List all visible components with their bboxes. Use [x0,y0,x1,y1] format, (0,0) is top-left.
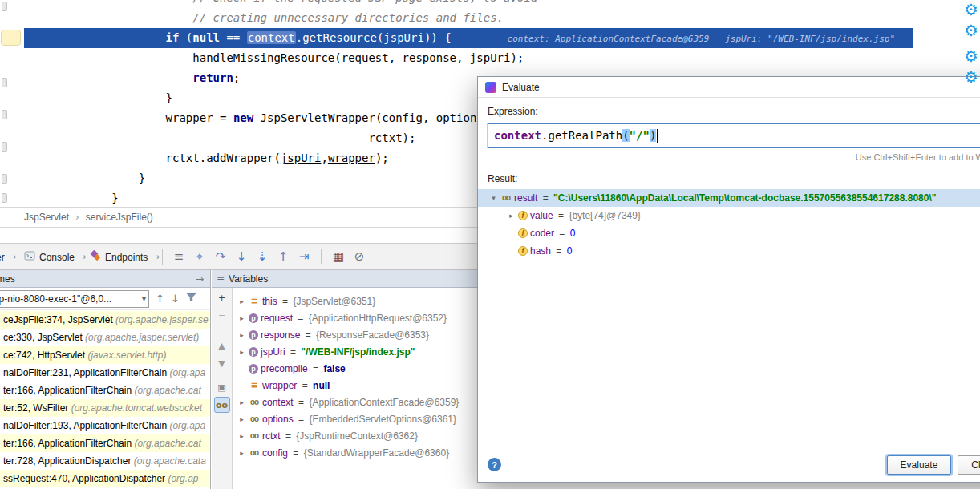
dialog-footer: ? Evaluate Close [478,447,980,482]
step-out-icon[interactable]: ↑ [274,248,292,265]
previous-frame-icon[interactable]: ↑ [156,293,164,305]
code-line[interactable]: // creating unnecessary directories and … [30,8,980,28]
glasses-icon: oo [249,398,260,406]
variable-row[interactable]: pprecompile = false [233,360,477,377]
remove-watch-icon[interactable]: − [214,307,230,323]
variables-toolbar: +−▲▼▣oo [212,288,233,489]
result-row[interactable]: fhash = 0 [478,242,980,260]
value-icon: ≡ [249,380,260,390]
mute-breakpoints-icon[interactable]: ⊘ [350,248,368,265]
step-over-icon[interactable]: ↷ [212,248,229,265]
result-value: "C:\Users\11860\AppData\Local\Temp\tomca… [553,192,936,204]
execution-line[interactable]: if (null == context.getResource(jspUri))… [30,28,980,48]
frame-location: ter:728, ApplicationDispatcher [3,455,134,467]
editor-gutter[interactable] [0,0,24,207]
variable-row[interactable]: ▸oorctxt = {JspRuntimeContext@6362} [233,427,477,444]
frame-package: (org.apache.cata [134,455,206,467]
frame-package: (org.apache.jasper.servlet) [85,332,199,343]
frames-header[interactable]: Frames → [0,270,210,288]
result-row[interactable]: fcoder = 0 [478,224,980,242]
frame-row[interactable]: ceJspFile:374, JspServlet (org.apache.ja… [0,311,210,329]
tree-chevron-icon[interactable]: ▸ [237,415,246,423]
code-line[interactable]: // Check if the requested JSP page exist… [30,0,980,8]
dialog-body: Expression: context.getRealPath("/")▾ Us… [478,98,980,447]
tab-arrow-icon: → [9,252,16,262]
frame-row[interactable]: ce:742, HttpServlet (javax.servlet.http) [0,346,210,364]
tree-chevron-icon[interactable]: ▸ [507,212,516,220]
expression-segment: "/" [630,129,650,142]
frames-header-arrow-icon[interactable]: → [196,273,204,285]
tab-endpoints[interactable]: Endpoints → [83,244,166,270]
help-icon[interactable]: ? [488,458,501,471]
code-seg-hint: context: ApplicationContextFacade@6359 j… [508,34,895,44]
show-watches-icon[interactable]: oo [214,397,230,413]
variable-row[interactable]: ▸presponse = {ResponseFacade@6353} [233,326,477,343]
frame-row[interactable]: ter:166, ApplicationFilterChain (org.apa… [0,434,210,452]
result-name: coder [530,228,554,239]
gear-icon[interactable]: ⚙ [964,67,978,87]
expression-segment: ) [650,129,656,142]
dialog-titlebar[interactable]: Evaluate [478,77,980,98]
frame-row[interactable]: ce:330, JspServlet (org.apache.jasper.se… [0,329,210,346]
tree-chevron-icon[interactable]: ▾ [489,194,498,202]
tree-chevron-icon[interactable]: ▸ [237,331,246,339]
tree-chevron-icon[interactable]: ▸ [237,348,246,356]
variable-row[interactable]: ▸prequest = {ApplicationHttpRequest@6352… [233,309,477,326]
tree-chevron-icon[interactable]: ▸ [237,314,246,322]
parameter-icon: p [249,364,258,374]
next-frame-icon[interactable]: ↓ [171,293,180,305]
equals-sign: = [540,192,551,204]
frame-row[interactable]: ssRequest:470, ApplicationDispatcher (or… [0,470,210,487]
move-watch-down-icon[interactable]: ▼ [214,355,230,371]
code-line[interactable]: handleMissingResource(request, response,… [30,48,980,68]
force-step-into-icon[interactable]: ⇣ [253,248,271,265]
tree-chevron-icon[interactable]: ▸ [237,432,246,440]
variable-row[interactable]: ▸oooptions = {EmbeddedServletOptions@636… [233,410,477,427]
evaluate-button[interactable]: Evaluate [887,455,952,475]
gear-icon[interactable]: ⚙ [964,46,978,66]
code-seg-pl: ( [179,31,192,44]
copy-icon[interactable]: ▣ [214,379,230,395]
frame-row[interactable]: nalDoFilter:231, ApplicationFilterChain … [0,364,210,382]
frame-row[interactable]: ter:728, ApplicationDispatcher (org.apac… [0,452,210,470]
frame-package: (org.ap [168,473,198,484]
variable-name: config [262,447,288,459]
thread-row: "http-nio-8080-exec-1"@6,0... ▾ ↑ ↓ [0,288,210,310]
result-row[interactable]: ▾ooresult = "C:\Users\11860\AppData\Loca… [478,189,980,207]
variable-row[interactable]: ▸ooconfig = {StandardWrapperFacade@6360} [233,444,477,461]
close-button[interactable]: Close [958,455,980,475]
breadcrumb-class[interactable]: JspServlet [24,212,69,223]
filter-frames-icon[interactable] [186,293,196,305]
variable-row[interactable]: ▸pjspUri = "/WEB-INF/jsp/index.jsp" [233,343,477,360]
variable-row[interactable]: ≡wrapper = null [233,377,477,394]
add-watch-icon[interactable]: + [214,289,230,305]
thread-selector[interactable]: "http-nio-8080-exec-1"@6,0... ▾ [0,290,149,308]
expression-input[interactable]: context.getRealPath("/")▾ [488,123,980,148]
frame-row[interactable]: nalDoFilter:193, ApplicationFilterChain … [0,417,210,434]
gear-icon[interactable]: ⚙ [964,0,978,19]
step-into-icon[interactable]: ↓ [233,248,250,265]
parameter-icon: p [249,330,258,340]
tree-chevron-icon[interactable]: ▸ [237,297,246,305]
frame-row[interactable]: ter:52, WsFilter (org.apache.tomcat.webs… [0,399,210,417]
run-to-cursor-icon[interactable]: ⇥ [295,248,313,265]
variables-header[interactable]: ≡ Variables [212,270,477,288]
console-icon [24,250,35,264]
view-breakpoints-icon[interactable]: ▦ [330,248,347,265]
tree-chevron-icon[interactable]: ▸ [237,398,246,406]
breadcrumb-method[interactable]: serviceJspFile() [86,212,153,223]
tab-console[interactable]: Console → [18,244,92,270]
evaluate-dialog: Evaluate Expression: context.getRealPath… [477,76,980,483]
variable-value: {ApplicationContextFacade@6359} [309,397,459,408]
move-watch-up-icon[interactable]: ▲ [214,337,230,354]
result-row[interactable]: ▸fvalue = {byte[74]@7349} [478,207,980,224]
tree-chevron-icon[interactable]: ▸ [237,449,246,457]
variable-row[interactable]: ▸oocontext = {ApplicationContextFacade@6… [233,394,477,410]
gear-icon[interactable]: ⚙ [964,21,978,40]
frame-row[interactable]: ter:166, ApplicationFilterChain (org.apa… [0,382,210,399]
variable-row[interactable]: ▸≡this = {JspServlet@6351} [233,293,477,309]
show-execution-point-icon[interactable]: ⌖ [191,248,209,265]
layout-settings-icon[interactable]: ≡ [170,248,188,265]
code-seg-pl: ); [375,152,389,164]
variable-value: {JspRuntimeContext@6362} [296,430,418,442]
